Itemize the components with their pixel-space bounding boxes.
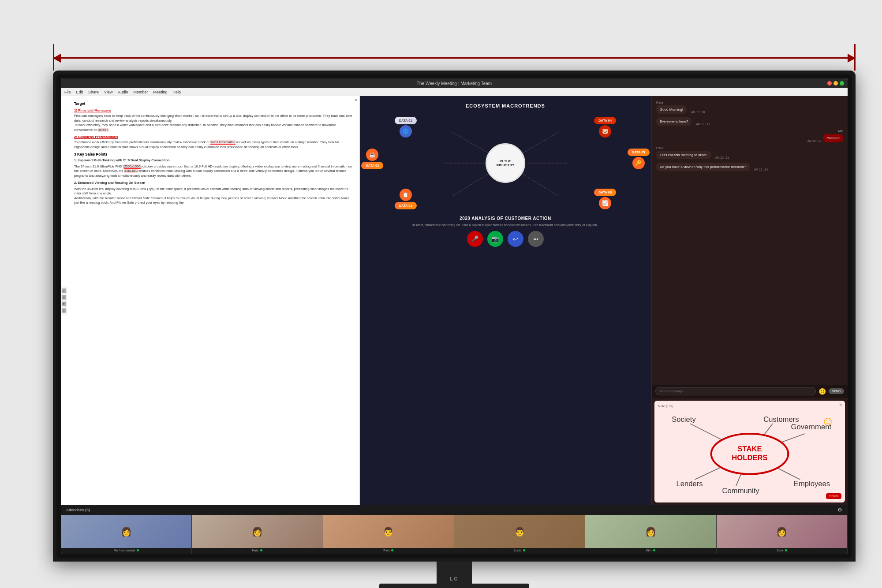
- tool-text[interactable]: T: [62, 302, 66, 306]
- action-bar: 🎤 📷 ↩ •••: [467, 231, 544, 247]
- attendee-louis-avatar: 👨: [454, 515, 585, 548]
- menu-help[interactable]: Help: [173, 90, 181, 94]
- menu-share[interactable]: Share: [88, 90, 99, 94]
- share-btn[interactable]: ↩: [508, 231, 523, 247]
- svg-text:☺: ☺: [821, 414, 834, 428]
- ecosystem-diagram: IN THEINDUSTRY DATA 01 🌐 ☕ DATA 02: [367, 115, 644, 212]
- video-btn[interactable]: 📷: [487, 231, 503, 247]
- attendees-list: 👩 Me / connected 👩 Kate 👨 Paul �: [61, 515, 848, 554]
- menu-edit[interactable]: Edit: [76, 90, 83, 94]
- doc-title: Target: [74, 101, 353, 106]
- tool-cursor[interactable]: +: [62, 289, 66, 293]
- svg-text:Community: Community: [722, 487, 760, 495]
- attendee-paul-avatar: 👨: [323, 515, 454, 548]
- minimize-window-btn[interactable]: [833, 81, 838, 86]
- main-content: ✕ Target 1) Financial Managers Financial…: [61, 96, 848, 505]
- note-send-btn[interactable]: SEND: [826, 493, 841, 499]
- attendee-louis-name: Louis: [514, 549, 525, 552]
- menu-view[interactable]: View: [104, 90, 112, 94]
- attendee-paul: 👨 Paul: [323, 515, 454, 554]
- menu-audio[interactable]: Audio: [118, 90, 128, 94]
- doc-point2-text: With the 34-inch IPS display covering sR…: [74, 187, 353, 205]
- monitor: The Weekly Meeting : Marketing Team File…: [53, 71, 856, 562]
- document-close-btn[interactable]: ✕: [354, 98, 358, 102]
- attendee-louis: 👨 Louis: [454, 515, 585, 554]
- document-panel: ✕ Target 1) Financial Managers Financial…: [61, 96, 360, 505]
- app-window: The Weekly Meeting : Marketing Team File…: [61, 78, 848, 554]
- note-title: Note (1/3): [658, 404, 841, 408]
- monitor-stand-base: [379, 584, 529, 588]
- tool-shape[interactable]: ○: [62, 309, 66, 313]
- svg-text:HOLDERS: HOLDERS: [732, 454, 767, 462]
- chat-msg-kate1: Kate Good Morning! AM 10 : 10: [656, 100, 843, 114]
- attendee-kim-avatar: 👩: [585, 515, 716, 548]
- doc-section3-title: 3 Key Sales Points: [74, 152, 353, 156]
- measurement-arrow: [53, 44, 856, 71]
- attendees-count: Attendees (6): [66, 508, 90, 512]
- note-close-btn[interactable]: ✕: [839, 402, 842, 407]
- lg-logo: LG: [450, 576, 458, 581]
- svg-text:Lenders: Lenders: [676, 480, 703, 488]
- chat-msg-kate2: Everyone is here? AM 10 : 11: [656, 117, 843, 126]
- attendee-kate-name: Kate: [252, 549, 262, 552]
- note-content: Customers Society Government: [658, 411, 841, 499]
- svg-text:STAKE: STAKE: [737, 445, 762, 453]
- chat-panel: Kate Good Morning! AM 10 : 10 Everyone i…: [651, 96, 848, 505]
- chat-msg-me: Me AM 10 : 12 Present!: [656, 129, 843, 142]
- attendees-header: Attendees (6) ⚙: [61, 505, 848, 515]
- attendee-kim-name: Kim: [646, 549, 655, 552]
- menu-bar: File Edit Share View Audio Member Meetin…: [61, 88, 848, 96]
- pres-lorem: sit amet, consectetur adipiscing elit. C…: [408, 223, 603, 227]
- center-circle-text: IN THEINDUSTRY: [497, 159, 515, 167]
- window-title: The Weekly Meeting : Marketing Team: [417, 81, 492, 86]
- doc-point2-title: 2. Enhanced Viewing and Reading On Scree…: [74, 181, 353, 186]
- attendee-kate: 👩 Kate: [192, 515, 323, 554]
- menu-meeting[interactable]: Meeting: [153, 90, 167, 94]
- attendees-settings-icon[interactable]: ⚙: [837, 507, 842, 513]
- close-window-btn[interactable]: [827, 81, 832, 86]
- mic-btn[interactable]: 🎤: [467, 231, 483, 247]
- attendee-sara-name: Sara: [777, 549, 787, 552]
- pres-title: ECOSYSTEM MACROTRENDS: [466, 103, 545, 108]
- chat-messages: Kate Good Morning! AM 10 : 10 Everyone i…: [652, 96, 848, 384]
- attendees-strip: Attendees (6) ⚙ 👩 Me / connected 👩 Kate: [61, 505, 848, 554]
- attendee-me: 👩 Me / connected: [61, 515, 192, 554]
- doc-section2-text: To enhance work efficiency, business pro…: [74, 140, 353, 149]
- doc-section2-title: 2) Business Professionals: [74, 135, 353, 139]
- chat-send-btn[interactable]: SEND: [829, 388, 844, 394]
- emoji-icon[interactable]: 🙂: [818, 388, 826, 395]
- monitor-screen: The Weekly Meeting : Marketing Team File…: [61, 78, 848, 554]
- chat-input-area: 🙂 SEND: [652, 384, 848, 398]
- attendee-me-name: Me / connected: [114, 549, 139, 552]
- attendee-paul-name: Paul: [383, 549, 393, 552]
- doc-toolbar: + ✏ T ○: [61, 287, 67, 315]
- chat-msg-paul1: Paul Let's call this meeting to order. A…: [656, 146, 843, 159]
- presentation-panel: ECOSYSTEM MACROTRENDS: [360, 96, 651, 505]
- note-panel: ✕ Note (1/3) Customers Society Governmen…: [654, 401, 845, 502]
- doc-point1-title: 1. Improved Multi-Tasking with 21:9 Dual…: [74, 158, 353, 163]
- menu-file[interactable]: File: [64, 90, 71, 94]
- svg-text:Society: Society: [672, 415, 696, 424]
- attendee-sara-avatar: 👩: [717, 515, 847, 548]
- title-bar: The Weekly Meeting : Marketing Team: [61, 78, 848, 88]
- svg-text:Employees: Employees: [794, 480, 830, 488]
- attendee-kim: 👩 Kim: [585, 515, 716, 554]
- attendee-sara: 👩 Sara: [717, 515, 848, 554]
- menu-member[interactable]: Member: [133, 90, 148, 94]
- doc-point1-text: The 34-inch 21:9 UltraWide FHD (2560x100…: [74, 164, 353, 179]
- chat-input[interactable]: [655, 387, 816, 395]
- doc-section1-text: Financial managers have to keep track of…: [74, 114, 353, 132]
- pres-subtitle: 2020 ANALYSIS OF CUSTOMER ACTION: [460, 216, 551, 221]
- window-controls: [827, 81, 844, 86]
- chat-msg-paul2: Do you have a view on why this performan…: [656, 163, 843, 171]
- attendee-me-avatar: 👩: [61, 515, 191, 548]
- tool-pen[interactable]: ✏: [62, 295, 66, 300]
- more-btn[interactable]: •••: [528, 231, 544, 247]
- doc-section1-title: 1) Financial Managers: [74, 108, 353, 112]
- center-circle: IN THEINDUSTRY: [486, 143, 525, 183]
- attendee-kate-avatar: 👩: [192, 515, 322, 548]
- maximize-window-btn[interactable]: [840, 81, 844, 86]
